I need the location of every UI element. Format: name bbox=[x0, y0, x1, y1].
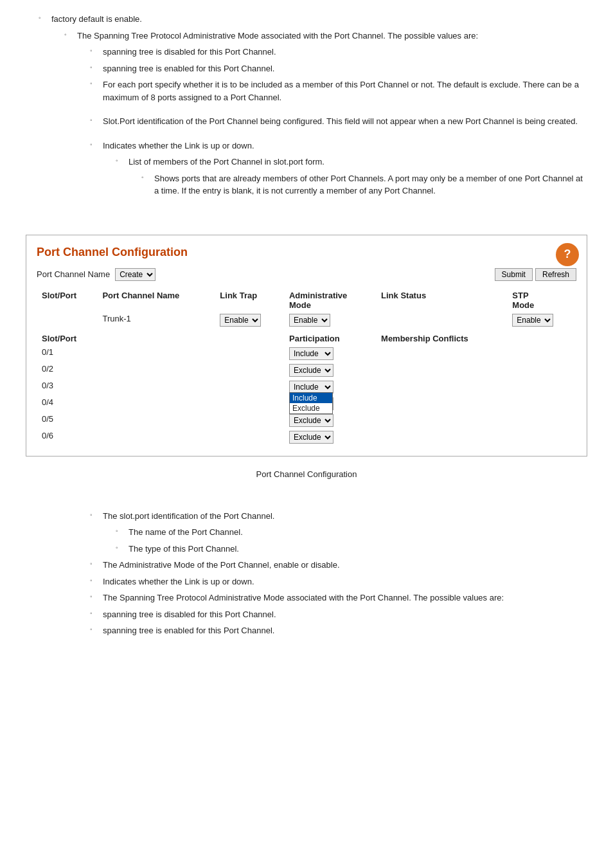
port-membership bbox=[376, 429, 507, 446]
port-membership bbox=[376, 379, 507, 395]
col-link-status: Link Status bbox=[376, 289, 507, 312]
section2-slot-port-header: Slot/Port bbox=[37, 329, 97, 345]
port-membership bbox=[376, 412, 507, 429]
port-participation: IncludeExclude bbox=[284, 412, 376, 429]
bullet-text: spanning tree is enabled for this Port C… bbox=[103, 62, 587, 75]
trunk-slot-port bbox=[37, 312, 97, 329]
bullet-item-bb7: ◦spanning tree is disabled for this Port… bbox=[26, 608, 587, 621]
bullet-text: factory default is enable. bbox=[51, 13, 587, 26]
bullet-item-bb3: ◦The type of this Port Channel. bbox=[26, 543, 587, 556]
bullet-item-b7: ◦Indicates whether the Link is up or dow… bbox=[26, 140, 587, 152]
col-slot-port: Slot/Port bbox=[37, 289, 97, 312]
bullet-text: Indicates whether the Link is up or down… bbox=[103, 140, 587, 152]
port-slot-port: 0/1 bbox=[37, 345, 97, 362]
bullet-text: The slot.port identification of the Port… bbox=[103, 510, 587, 523]
bullet-text: spanning tree is disabled for this Port … bbox=[103, 46, 587, 59]
trunk-admin-mode: Enable bbox=[284, 312, 376, 329]
bullet-dot: ◦ bbox=[90, 608, 103, 617]
bullet-text: The Spanning Tree Protocol Administrativ… bbox=[103, 592, 587, 604]
admin-mode-select[interactable]: Enable bbox=[289, 314, 330, 327]
section2-headers-row: Slot/Port Participation Membership Confl… bbox=[37, 329, 576, 345]
submit-refresh-group: Submit Refresh bbox=[495, 268, 576, 281]
port-participation: IncludeExclude bbox=[284, 429, 376, 446]
port-channel-panel: Port Channel Configuration ? Port Channe… bbox=[26, 235, 587, 457]
bullet-text: The Spanning Tree Protocol Administrativ… bbox=[77, 30, 587, 42]
port-membership bbox=[376, 395, 507, 412]
submit-button[interactable]: Submit bbox=[495, 268, 533, 281]
bullet-dot: ◦ bbox=[116, 156, 129, 164]
participation-select-0/1[interactable]: IncludeExclude bbox=[289, 347, 333, 360]
bullet-item-b4: ◦spanning tree is enabled for this Port … bbox=[26, 62, 587, 75]
bullet-item-bb6: ◦The Spanning Tree Protocol Administrati… bbox=[26, 592, 587, 604]
port-row: 0/6IncludeExclude bbox=[37, 429, 576, 446]
bullet-dot: ◦ bbox=[90, 140, 103, 148]
port-channel-name-label: Port Channel Name bbox=[37, 269, 110, 279]
trunk-stp-mode: Enable bbox=[507, 312, 576, 329]
bullet-text: The Administrative Mode of the Port Chan… bbox=[103, 559, 587, 572]
bullet-text: Slot.Port identification of the Port Cha… bbox=[103, 115, 587, 128]
participation-select-0/3[interactable]: IncludeExclude bbox=[289, 381, 333, 393]
link-trap-select[interactable]: Enable bbox=[220, 314, 261, 327]
section2-membership-header: Membership Conflicts bbox=[376, 329, 507, 345]
port-slot-port: 0/5 bbox=[37, 412, 97, 429]
port-participation: IncludeExcludeIncludeExclude bbox=[284, 379, 376, 395]
participation-dropdown-open[interactable]: IncludeExclude bbox=[289, 392, 333, 414]
bullet-dot: ◦ bbox=[64, 30, 77, 38]
help-icon[interactable]: ? bbox=[556, 243, 579, 266]
participation-select-0/6[interactable]: IncludeExclude bbox=[289, 431, 333, 444]
bullet-dot: ◦ bbox=[39, 13, 51, 21]
bullet-dot: ◦ bbox=[90, 78, 103, 87]
bullet-text: List of members of the Port Channel in s… bbox=[129, 156, 587, 168]
bullet-dot: ◦ bbox=[90, 559, 103, 567]
port-row: 0/1IncludeExclude bbox=[37, 345, 576, 362]
port-participation: IncludeExclude bbox=[284, 362, 376, 379]
port-slot-port: 0/4 bbox=[37, 395, 97, 412]
bullet-item-b8: ◦List of members of the Port Channel in … bbox=[26, 156, 587, 168]
port-slot-port: 0/6 bbox=[37, 429, 97, 446]
bullet-item-bb2: ◦The name of the Port Channel. bbox=[26, 526, 587, 539]
bullet-dot: ◦ bbox=[116, 543, 129, 551]
bullet-text: spanning tree is enabled for this Port C… bbox=[103, 624, 587, 637]
bullet-dot: ◦ bbox=[116, 526, 129, 534]
main-config-table: Slot/Port Port Channel Name Link Trap Ad… bbox=[37, 289, 576, 446]
bullet-dot: ◦ bbox=[90, 115, 103, 123]
bullet-text: The name of the Port Channel. bbox=[129, 526, 587, 539]
bullet-item-b5: ◦For each port specify whether it is to … bbox=[26, 78, 587, 104]
bullet-item-b9: ◦Shows ports that are already members of… bbox=[26, 172, 587, 197]
bullet-item-b2: ◦The Spanning Tree Protocol Administrati… bbox=[26, 30, 587, 42]
bullet-text: Shows ports that are already members of … bbox=[154, 172, 587, 197]
bullet-text: Indicates whether the Link is up or down… bbox=[103, 575, 587, 588]
port-channel-name-select[interactable]: Create bbox=[115, 268, 155, 281]
participation-select-0/5[interactable]: IncludeExclude bbox=[289, 414, 333, 427]
section2-participation-header: Participation bbox=[284, 329, 376, 345]
bullet-dot: ◦ bbox=[141, 172, 154, 181]
bullet-text: The type of this Port Channel. bbox=[129, 543, 587, 556]
port-row: 0/2IncludeExclude bbox=[37, 362, 576, 379]
trunk-link-status bbox=[376, 312, 507, 329]
refresh-button[interactable]: Refresh bbox=[535, 268, 576, 281]
bullet-item-b6: ◦Slot.Port identification of the Port Ch… bbox=[26, 115, 587, 128]
participation-select-0/2[interactable]: IncludeExclude bbox=[289, 364, 333, 377]
port-membership bbox=[376, 345, 507, 362]
port-membership bbox=[376, 362, 507, 379]
panel-caption: Port Channel Configuration bbox=[26, 469, 587, 479]
col-link-trap: Link Trap bbox=[215, 289, 284, 312]
col-port-channel-name: Port Channel Name bbox=[97, 289, 215, 312]
bullet-dot: ◦ bbox=[90, 575, 103, 584]
col-stp-mode: STPMode bbox=[507, 289, 576, 312]
bullet-item-bb1: ◦The slot.port identification of the Por… bbox=[26, 510, 587, 523]
bullet-dot: ◦ bbox=[90, 46, 103, 54]
trunk-link-trap: Enable bbox=[215, 312, 284, 329]
bullet-dot: ◦ bbox=[90, 510, 103, 518]
bullet-item-bb5: ◦Indicates whether the Link is up or dow… bbox=[26, 575, 587, 588]
bullet-text: For each port specify whether it is to b… bbox=[103, 78, 587, 104]
stp-mode-select[interactable]: Enable bbox=[512, 314, 553, 327]
port-row: 0/5IncludeExclude bbox=[37, 412, 576, 429]
port-slot-port: 0/2 bbox=[37, 362, 97, 379]
col-admin-mode: AdministrativeMode bbox=[284, 289, 376, 312]
bullet-dot: ◦ bbox=[90, 62, 103, 71]
top-controls: Port Channel Name Create Submit Refresh bbox=[37, 268, 576, 281]
bullet-dot: ◦ bbox=[90, 624, 103, 633]
bullet-item-b3: ◦spanning tree is disabled for this Port… bbox=[26, 46, 587, 59]
trunk-row: Trunk-1 Enable Enable Enable bbox=[37, 312, 576, 329]
